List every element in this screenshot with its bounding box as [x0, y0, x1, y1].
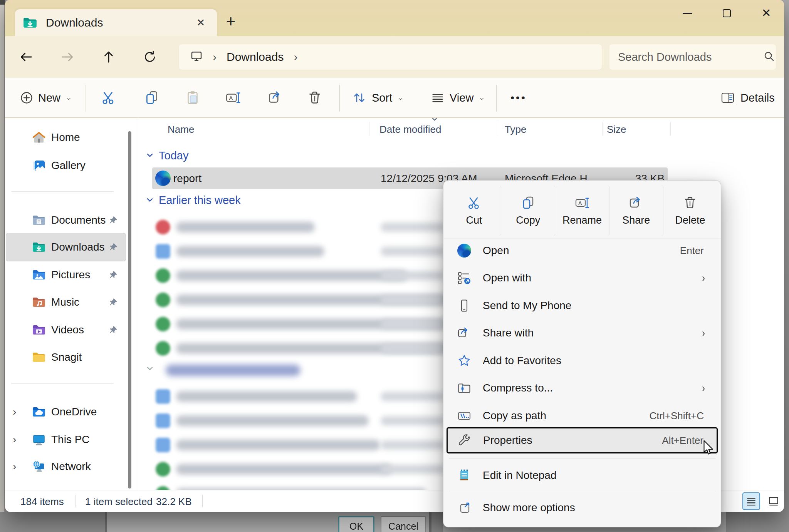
column-divider[interactable]	[369, 122, 369, 136]
back-icon	[18, 49, 34, 65]
quick-cut-button[interactable]: Cut	[447, 185, 501, 236]
cancel-button[interactable]: Cancel	[381, 516, 426, 532]
collapse-chevron-icon[interactable]	[146, 197, 153, 204]
menu-item-label: Copy as path	[483, 410, 649, 422]
new-tab-button[interactable]: +	[221, 12, 241, 32]
column-header-name[interactable]: Name	[168, 124, 194, 136]
menu-item-show-more-options[interactable]: Show more options	[447, 494, 717, 522]
redacted-file-name	[176, 222, 315, 233]
menu-item-label: Share with	[483, 327, 702, 339]
delete-button[interactable]	[302, 85, 327, 110]
column-divider[interactable]	[602, 122, 603, 136]
back-button[interactable]	[15, 46, 37, 68]
open-with-icon	[457, 271, 471, 285]
search-box[interactable]	[609, 44, 776, 70]
search-icon[interactable]	[763, 50, 775, 64]
quick-copy-button[interactable]: Copy	[501, 185, 555, 236]
show-more-options-icon	[457, 501, 471, 515]
refresh-button[interactable]	[139, 46, 161, 68]
redacted-file-date	[381, 320, 444, 329]
menu-item-label: Show more options	[483, 502, 717, 514]
menu-item-label: Compress to...	[483, 382, 702, 394]
doc-file-icon	[156, 438, 170, 452]
up-button[interactable]	[98, 46, 119, 68]
redacted-file-name	[176, 246, 324, 257]
navigation-bar: › Downloads ›	[5, 36, 784, 78]
menu-item-share-with[interactable]: Share with ›	[447, 319, 717, 347]
tab-title: Downloads	[46, 16, 192, 29]
copy-icon	[520, 195, 536, 211]
this-pc-icon	[190, 50, 203, 64]
quick-share-button[interactable]: Share	[609, 185, 663, 236]
column-header-type[interactable]: Type	[505, 124, 526, 136]
group-header-today[interactable]: Today	[5, 148, 188, 163]
minimize-button[interactable]	[675, 3, 699, 23]
sidebar-item-home[interactable]: Home	[7, 126, 123, 149]
thumbnail-view-toggle[interactable]	[765, 492, 782, 510]
cut-button[interactable]	[96, 85, 121, 110]
chevron-down-icon: ⌄	[478, 94, 485, 101]
rename-button[interactable]: A	[221, 85, 245, 110]
paste-button[interactable]	[180, 85, 205, 110]
svg-text:A: A	[229, 95, 233, 101]
redacted-file-date	[381, 247, 444, 256]
zip-folder-icon	[457, 381, 471, 395]
sidebar-item-label: Home	[51, 131, 123, 144]
maximize-icon	[723, 9, 731, 17]
tab-close-icon[interactable]: ✕	[192, 14, 209, 31]
status-divider	[202, 495, 203, 507]
quick-delete-button[interactable]: Delete	[663, 185, 717, 236]
menu-item-open[interactable]: Open Enter	[447, 237, 717, 264]
redacted-file-date	[381, 392, 444, 401]
rename-icon: A	[574, 195, 590, 211]
menu-shortcut: Alt+Enter	[662, 435, 703, 447]
background-window-edge	[0, 5, 5, 512]
details-view-toggle[interactable]	[742, 492, 760, 510]
menu-item-add-to-favorites[interactable]: Add to Favorites	[447, 347, 717, 375]
tab-downloads[interactable]: Downloads ✕	[15, 9, 217, 36]
details-pane-button[interactable]: Details	[716, 85, 779, 110]
view-button[interactable]: View ⌄	[426, 85, 490, 110]
view-icon	[430, 90, 445, 105]
sort-button[interactable]: Sort ⌄	[347, 85, 409, 110]
menu-item-compress-to[interactable]: Compress to... ›	[447, 374, 717, 402]
ok-button[interactable]: OK	[338, 516, 374, 532]
menu-shortcut: Ctrl+Shift+C	[649, 410, 704, 422]
ellipsis-icon: •••	[510, 92, 526, 104]
new-button[interactable]: New ⌄	[15, 85, 77, 110]
share-button[interactable]	[263, 85, 288, 110]
maximize-button[interactable]	[715, 3, 739, 23]
collapse-chevron-icon[interactable]	[146, 152, 153, 159]
redacted-file-name	[176, 415, 369, 426]
address-bar[interactable]: › Downloads ›	[179, 44, 602, 70]
column-divider[interactable]	[670, 122, 671, 136]
column-header-date-modified[interactable]: Date modified	[379, 124, 441, 136]
close-button[interactable]: ✕	[754, 3, 778, 23]
copy-button[interactable]	[139, 85, 164, 110]
menu-item-label: Send to My Phone	[483, 299, 717, 312]
command-toolbar: New ⌄ A So	[5, 78, 784, 118]
menu-item-send-to-my-phone[interactable]: Send to My Phone	[447, 292, 717, 320]
forward-icon	[60, 49, 75, 65]
forward-button[interactable]	[57, 46, 78, 68]
menu-item-copy-as-path[interactable]: Copy as path Ctrl+Shift+C	[447, 402, 717, 430]
menu-item-edit-in-notepad[interactable]: Edit in Notepad	[447, 462, 717, 489]
spreadsheet-file-icon	[156, 317, 170, 331]
search-input[interactable]	[618, 51, 763, 64]
menu-divider	[449, 458, 715, 459]
menu-item-label: Add to Favorites	[483, 355, 717, 367]
collapse-chevron-icon[interactable]	[146, 365, 153, 372]
menu-item-properties[interactable]: Properties Alt+Enter	[447, 427, 718, 453]
breadcrumb-location[interactable]: Downloads	[227, 50, 284, 64]
breadcrumb-separator[interactable]: ›	[294, 50, 297, 64]
group-header-redacted[interactable]	[5, 361, 288, 376]
menu-item-open-with[interactable]: Open with ›	[447, 264, 717, 292]
group-header-earlier-this-week[interactable]: Earlier this week	[5, 193, 241, 207]
doc-file-icon	[156, 389, 170, 404]
column-header-size[interactable]: Size	[607, 124, 626, 136]
quick-rename-button[interactable]: A Rename	[555, 185, 609, 236]
close-icon: ✕	[761, 7, 771, 19]
copy-icon	[144, 90, 160, 106]
column-divider[interactable]	[498, 122, 498, 136]
see-more-button[interactable]: •••	[506, 85, 531, 110]
